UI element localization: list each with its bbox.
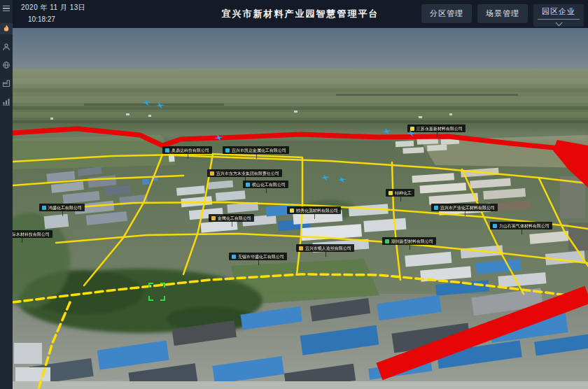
company-category-icon bbox=[385, 239, 389, 243]
selection-reticle bbox=[148, 283, 165, 301]
company-name: 鸿盛化工有限公司 bbox=[48, 206, 82, 210]
company-name: 力山石英气体材料有限公司 bbox=[499, 224, 550, 228]
company-name: 潮州新型材料有限公司 bbox=[391, 239, 433, 243]
company-category-icon bbox=[246, 183, 250, 187]
company-category-icon bbox=[211, 216, 216, 220]
company-category-icon bbox=[165, 148, 169, 153]
company-name: 金鹰化工有限公司 bbox=[218, 216, 251, 220]
company-category-icon bbox=[232, 255, 236, 259]
company-label[interactable]: 宜兴市东方木业集团有限责任公司 bbox=[207, 169, 282, 177]
sidebar-item-chart[interactable] bbox=[0, 96, 13, 107]
smart-park-platform: 2020 年 11 月 13日 10:18:27 宜兴市新材料产业园智慧管理平台… bbox=[0, 0, 588, 389]
dropdown-label: 园区企业 bbox=[542, 6, 575, 17]
company-name: 宜兴市银人造丝有限公司 bbox=[305, 246, 351, 250]
company-label[interactable]: 金鹰化工有限公司 bbox=[209, 214, 254, 222]
bar-chart-icon bbox=[2, 97, 10, 106]
globe-icon bbox=[2, 61, 10, 69]
company-category-icon bbox=[410, 127, 414, 131]
company-name: 无锡市华盛化工有限公司 bbox=[238, 255, 284, 259]
sidebar-item-globe[interactable] bbox=[0, 59, 13, 71]
company-category-icon bbox=[299, 246, 303, 250]
company-category-icon bbox=[42, 206, 46, 210]
user-icon bbox=[2, 43, 10, 51]
company-label[interactable]: 力山石英气体材料有限公司 bbox=[490, 222, 552, 229]
factory-icon bbox=[2, 79, 10, 87]
company-name: 宜兴国际木材科技有限公司 bbox=[13, 232, 50, 236]
sidebar-item-fire[interactable] bbox=[0, 23, 13, 34]
fire-icon bbox=[2, 24, 10, 33]
company-name: 江苏永嘉新材料有限公司 bbox=[416, 127, 463, 131]
aerial-marker-icon[interactable] bbox=[155, 102, 164, 108]
scene-management-button[interactable]: 场景管理 bbox=[477, 4, 528, 23]
company-label[interactable]: 无锡市华盛化工有限公司 bbox=[229, 253, 287, 260]
left-sidebar bbox=[0, 0, 13, 389]
company-category-icon bbox=[290, 208, 294, 213]
map-3d-view[interactable]: 奥鼎达科技有限公司宜兴市凯达金属化工有限公司宜兴市东方木业集团有限责任公司横山化… bbox=[13, 28, 588, 389]
chevron-down-icon bbox=[555, 20, 562, 27]
company-name: 特种化工 bbox=[395, 191, 412, 195]
company-label[interactable]: 宜兴市银人造丝有限公司 bbox=[296, 244, 354, 252]
company-label[interactable]: 江苏永嘉新材料有限公司 bbox=[407, 125, 465, 132]
reticle-corner bbox=[160, 296, 165, 301]
aerial-marker-icon[interactable] bbox=[321, 174, 330, 181]
company-label[interactable]: 奥鼎达科技有限公司 bbox=[162, 146, 212, 154]
reticle-corner bbox=[160, 283, 165, 288]
company-label[interactable]: 宜兴国际木材科技有限公司 bbox=[13, 230, 52, 238]
map-overlay: 奥鼎达科技有限公司宜兴市凯达金属化工有限公司宜兴市东方木业集团有限责任公司横山化… bbox=[13, 28, 588, 389]
company-name: 横山化工有限公司 bbox=[252, 183, 286, 187]
park-enterprise-dropdown[interactable]: 园区企业 bbox=[533, 4, 584, 27]
company-label[interactable]: 鸿盛化工有限公司 bbox=[39, 204, 85, 211]
company-name: 宜兴市凯达金属化工有限公司 bbox=[232, 148, 286, 153]
aerial-marker-icon[interactable] bbox=[142, 99, 151, 106]
company-label[interactable]: 宜兴市凯达金属化工有限公司 bbox=[223, 146, 289, 154]
zone-management-button[interactable]: 分区管理 bbox=[421, 4, 472, 23]
company-name: 奥鼎达科技有限公司 bbox=[172, 148, 209, 153]
company-category-icon bbox=[388, 191, 393, 195]
company-label[interactable]: 独秀化源材料有限公司 bbox=[287, 206, 341, 214]
reticle-corner bbox=[148, 296, 153, 301]
sidebar-item-user[interactable] bbox=[0, 41, 13, 52]
aerial-marker-icon[interactable] bbox=[337, 176, 346, 183]
company-name: 独秀化源材料有限公司 bbox=[296, 208, 338, 213]
top-header: 2020 年 11 月 13日 10:18:27 宜兴市新材料产业园智慧管理平台… bbox=[13, 0, 588, 28]
company-category-icon bbox=[225, 148, 230, 153]
aerial-marker-icon[interactable] bbox=[382, 128, 391, 134]
company-label[interactable]: 潮州新型材料有限公司 bbox=[382, 237, 436, 245]
company-name: 宜兴市东方木业集团有限责任公司 bbox=[216, 171, 279, 176]
reticle-corner bbox=[148, 283, 153, 288]
company-label[interactable]: 宜兴市产业化工材料有限公司 bbox=[431, 204, 498, 211]
aerial-marker-icon[interactable] bbox=[214, 134, 223, 141]
sidebar-item-factory[interactable] bbox=[0, 78, 13, 89]
company-label[interactable]: 特种化工 bbox=[386, 189, 414, 197]
company-name: 宜兴市产业化工材料有限公司 bbox=[440, 206, 495, 210]
company-category-icon bbox=[493, 224, 497, 228]
company-label[interactable]: 横山化工有限公司 bbox=[243, 181, 288, 188]
company-category-icon bbox=[210, 171, 214, 176]
company-category-icon bbox=[434, 206, 438, 210]
menu-icon[interactable] bbox=[0, 2, 13, 15]
